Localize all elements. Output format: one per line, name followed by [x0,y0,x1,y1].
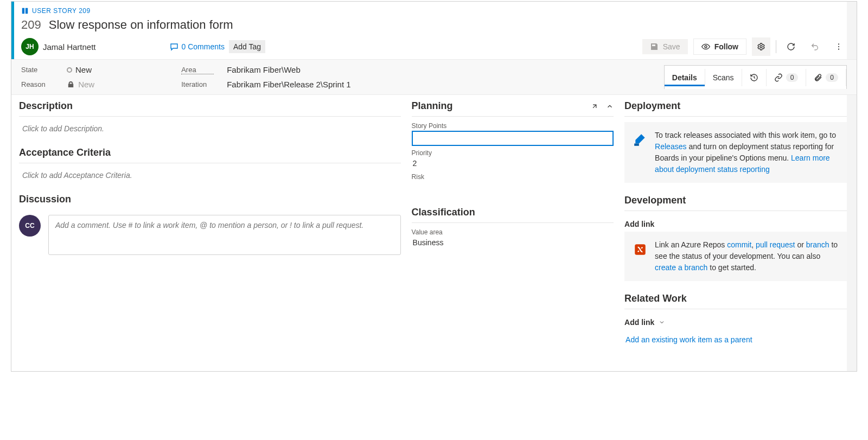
repo-icon [632,239,648,273]
value-area-label: Value area [412,228,614,236]
description-heading: Description [19,100,73,112]
development-section: Development Add link Link an Azure Repos… [624,195,849,281]
svg-point-1 [760,46,762,48]
add-dev-link-button[interactable]: Add link [624,216,849,232]
commit-link[interactable]: commit [727,240,751,249]
history-icon [750,73,758,82]
add-existing-parent-link[interactable]: Add an existing work item as a parent [624,330,849,349]
iteration-field[interactable]: Iteration Fabrikam Fiber\Release 2\Sprin… [181,80,350,89]
tab-scans[interactable]: Scans [705,69,742,86]
add-tag-button[interactable]: Add Tag [229,40,265,53]
releases-link[interactable]: Releases [655,142,686,151]
planning-heading: Planning [412,100,453,112]
kebab-icon [834,42,843,51]
expand-icon[interactable] [591,103,598,110]
discussion-section: Discussion CC Add a comment. Use # to li… [19,194,401,255]
assignee-name[interactable]: Jamal Hartnett [43,42,96,52]
branch-link[interactable]: branch [806,240,829,249]
collapse-icon[interactable] [606,103,614,110]
svg-rect-5 [634,144,639,146]
svg-point-2 [838,43,839,44]
comments-link[interactable]: 0 Comments [170,42,225,51]
area-field[interactable]: Area Fabrikam Fiber\Web [181,65,350,74]
priority-label: Priority [412,149,614,157]
comment-icon [170,42,178,51]
description-input[interactable]: Click to add Description. [19,122,401,135]
tab-details[interactable]: Details [665,69,705,86]
state-field[interactable]: State New [21,65,94,74]
development-heading: Development [624,195,686,206]
risk-input[interactable] [412,181,614,185]
separator [776,40,776,53]
story-points-input[interactable] [412,131,614,146]
gear-icon [757,42,765,51]
planning-section: Planning Story Points Priority 2 Risk [412,100,614,185]
svg-point-4 [838,49,839,50]
discussion-heading: Discussion [19,194,71,205]
refresh-icon [787,42,795,51]
deployment-heading: Deployment [624,100,680,112]
workitem-type-label: USER STORY 209 [21,7,848,15]
reason-field[interactable]: Reason 🔒︎ New [21,80,94,89]
description-section: Description Click to add Description. [19,100,401,135]
tab-history[interactable] [742,69,767,86]
svg-point-3 [838,46,839,47]
pipeline-icon [632,130,648,175]
classification-heading: Classification [412,207,475,218]
pull-request-link[interactable]: pull request [756,240,795,249]
chevron-down-icon [659,319,665,326]
link-icon [774,73,783,82]
save-icon [650,42,659,51]
svg-point-0 [705,46,707,48]
comment-input[interactable]: Add a comment. Use # to link a work item… [48,215,401,255]
undo-button[interactable] [806,37,824,56]
settings-button[interactable] [752,37,770,56]
risk-label: Risk [412,173,614,181]
refresh-button[interactable] [782,37,800,56]
attachment-icon [814,73,822,82]
assignee-avatar[interactable]: JH [21,38,39,55]
acceptance-heading: Acceptance Criteria [19,147,111,158]
undo-icon [810,42,819,51]
add-related-link-button[interactable]: Add link [624,315,849,330]
book-icon [21,7,29,15]
current-user-avatar: CC [19,215,41,237]
type-accent-bar [11,2,14,59]
workitem-id: 209 [21,18,41,32]
lock-icon: 🔒︎ [67,80,75,89]
classification-section: Classification Value area Business [412,207,614,249]
story-points-label: Story Points [412,122,614,130]
tab-attachments[interactable]: 0 [806,69,846,86]
state-dot-icon [67,67,72,73]
related-work-heading: Related Work [624,293,687,304]
more-actions-button[interactable] [829,37,848,56]
acceptance-input[interactable]: Click to add Acceptance Criteria. [19,169,401,182]
priority-input[interactable]: 2 [412,157,614,170]
value-area-input[interactable]: Business [412,236,614,249]
create-branch-link[interactable]: create a branch [655,263,707,272]
acceptance-section: Acceptance Criteria Click to add Accepta… [19,147,401,182]
tab-links[interactable]: 0 [767,69,807,86]
save-button[interactable]: Save [642,39,688,54]
eye-icon [701,42,710,51]
workitem-title[interactable]: Slow response on information form [49,18,233,32]
deployment-section: Deployment To track releases associated … [624,100,849,183]
follow-button[interactable]: Follow [693,39,746,55]
related-work-section: Related Work Add link Add an existing wo… [624,293,849,349]
